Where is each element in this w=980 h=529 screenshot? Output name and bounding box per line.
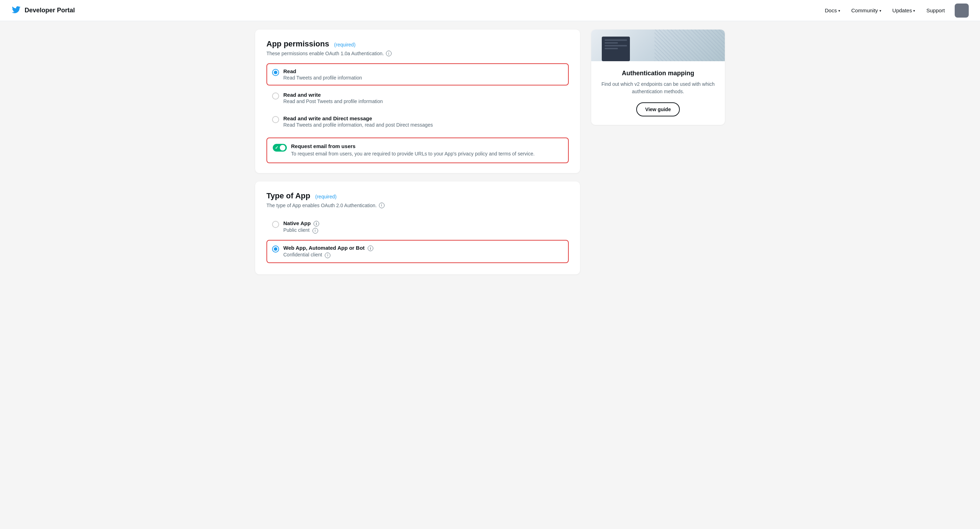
- toggle-desc: To request email from users, you are req…: [291, 151, 535, 158]
- navbar: Developer Portal Docs ▾ Community ▾ Upda…: [0, 0, 980, 21]
- radio-content-read: Read Read Tweets and profile information: [283, 68, 362, 81]
- avatar[interactable]: [955, 3, 969, 18]
- page-layout: App permissions (required) These permiss…: [244, 21, 736, 283]
- type-required-tag: (required): [315, 194, 337, 199]
- radio-sublabel-web-app: Confidential client i: [283, 252, 373, 258]
- twitter-icon: [11, 5, 21, 16]
- radio-option-read-write[interactable]: Read and write Read and Post Tweets and …: [266, 87, 569, 109]
- radio-label-web-app: Web App, Automated App or Bot i: [283, 245, 373, 252]
- navbar-links: Docs ▾ Community ▾ Updates ▾ Support: [820, 3, 969, 18]
- radio-label-read: Read: [283, 68, 362, 74]
- image-pattern: [654, 30, 725, 61]
- chevron-down-icon: ▾: [913, 9, 915, 13]
- main-content: App permissions (required) These permiss…: [255, 30, 580, 274]
- radio-circle-read-write-dm: [272, 116, 279, 123]
- auth-mapping-body: Authentication mapping Find out which v2…: [591, 61, 725, 125]
- radio-content-web-app: Web App, Automated App or Bot i Confiden…: [283, 245, 373, 258]
- mock-device-image: [602, 37, 630, 61]
- toggle-switch[interactable]: ✓: [273, 144, 287, 151]
- required-tag: (required): [334, 42, 356, 48]
- view-guide-button[interactable]: View guide: [636, 102, 680, 116]
- auth-mapping-card: Authentication mapping Find out which v2…: [591, 30, 725, 125]
- info-icon-web-app[interactable]: i: [368, 245, 373, 251]
- radio-circle-read-write: [272, 92, 279, 100]
- type-of-app-card: Type of App (required) The type of App e…: [255, 182, 580, 274]
- radio-label-read-write-dm: Read and write and Direct message: [283, 115, 433, 121]
- toggle-content: Request email from users To request emai…: [291, 143, 535, 158]
- radio-desc-read: Read Tweets and profile information: [283, 75, 362, 81]
- radio-circle-read: [272, 69, 279, 76]
- chevron-down-icon: ▾: [838, 9, 840, 13]
- info-icon-public-client[interactable]: i: [312, 228, 318, 234]
- radio-option-native[interactable]: Native App i Public client i: [266, 215, 569, 239]
- brand[interactable]: Developer Portal: [11, 5, 75, 16]
- radio-option-read[interactable]: Read Read Tweets and profile information: [266, 63, 569, 86]
- sidebar: Authentication mapping Find out which v2…: [591, 30, 725, 125]
- type-of-app-title: Type of App (required): [266, 191, 569, 201]
- chevron-down-icon: ▾: [880, 9, 881, 13]
- app-permissions-subtitle: These permissions enable OAuth 1.0a Auth…: [266, 51, 569, 56]
- info-icon-confidential-client[interactable]: i: [325, 253, 331, 258]
- radio-desc-read-write-dm: Read Tweets and profile information, rea…: [283, 122, 433, 127]
- toggle-label: Request email from users: [291, 143, 535, 149]
- radio-content-read-write: Read and write Read and Post Tweets and …: [283, 92, 383, 104]
- nav-docs[interactable]: Docs ▾: [820, 5, 845, 16]
- app-permissions-card: App permissions (required) These permiss…: [255, 30, 580, 173]
- radio-label-read-write: Read and write: [283, 92, 383, 98]
- image-inner: [591, 30, 725, 61]
- info-icon-native[interactable]: i: [313, 221, 319, 226]
- radio-sublabel-native: Public client i: [283, 227, 319, 234]
- brand-title: Developer Portal: [25, 7, 75, 14]
- request-email-toggle-option[interactable]: ✓ Request email from users To request em…: [266, 137, 569, 163]
- info-icon[interactable]: i: [386, 51, 391, 56]
- auth-mapping-image: [591, 30, 725, 61]
- nav-updates[interactable]: Updates ▾: [888, 5, 920, 16]
- radio-content-read-write-dm: Read and write and Direct message Read T…: [283, 115, 433, 127]
- toggle-thumb: [280, 145, 285, 151]
- radio-circle-web-app: [272, 245, 279, 253]
- auth-mapping-desc: Find out which v2 endpoints can be used …: [600, 81, 716, 95]
- info-icon-type[interactable]: i: [379, 202, 385, 208]
- auth-mapping-title: Authentication mapping: [600, 70, 716, 77]
- app-permissions-title: App permissions (required): [266, 40, 569, 49]
- radio-label-native: Native App i: [283, 220, 319, 227]
- radio-option-web-app[interactable]: Web App, Automated App or Bot i Confiden…: [266, 240, 569, 263]
- nav-support[interactable]: Support: [921, 5, 950, 16]
- nav-community[interactable]: Community ▾: [846, 5, 886, 16]
- toggle-check-icon: ✓: [275, 145, 278, 150]
- radio-circle-native: [272, 221, 279, 228]
- radio-content-native: Native App i Public client i: [283, 220, 319, 234]
- type-of-app-subtitle: The type of App enables OAuth 2.0 Authen…: [266, 202, 569, 208]
- radio-option-read-write-dm[interactable]: Read and write and Direct message Read T…: [266, 110, 569, 132]
- radio-desc-read-write: Read and Post Tweets and profile informa…: [283, 99, 383, 104]
